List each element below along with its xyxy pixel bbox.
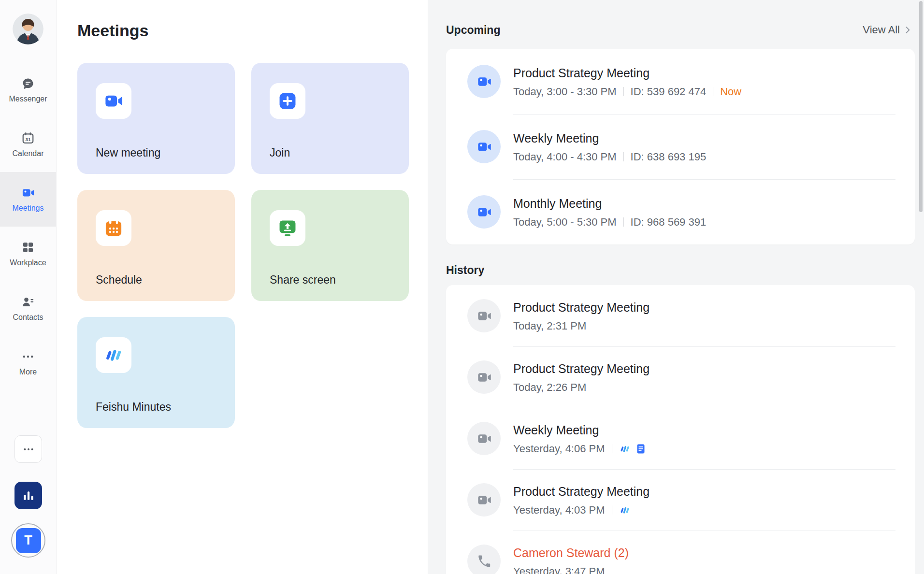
meeting-time: Today, 4:00 - 4:30 PM [513, 151, 617, 163]
view-all-label: View All [863, 24, 900, 36]
meeting-id: ID: 968 569 391 [631, 216, 707, 229]
sidebar-item-label: More [19, 368, 37, 376]
card-label: Schedule [96, 273, 142, 287]
bar-chart-icon [21, 488, 36, 503]
divider [623, 217, 624, 227]
join-meeting-card[interactable]: Join [251, 63, 409, 174]
contacts-icon [21, 295, 35, 309]
meeting-info: Cameron Steward (2) Yesterday, 3:47 PM [513, 545, 629, 574]
sidebar: Messenger 31 Calendar Meetings [0, 0, 57, 574]
card-label: Feishu Minutes [96, 401, 171, 414]
meetings-main-panel: Meetings New meeting Join [57, 0, 428, 574]
page-title: Meetings [77, 21, 148, 40]
video-camera-icon [476, 139, 492, 155]
share-screen-icon [277, 218, 298, 238]
scrollbar-thumb[interactable] [919, 1, 923, 212]
meeting-avatar [467, 360, 501, 394]
sidebar-item-label: Contacts [13, 313, 43, 322]
phone-icon [476, 554, 492, 569]
meeting-subtitle: Today, 3:00 - 3:30 PM ID: 539 692 474 No… [513, 86, 741, 98]
meetings-side-panel: Upcoming View All Product Strategy Meeti… [428, 0, 924, 574]
upcoming-meeting-row[interactable]: Product Strategy Meeting Today, 3:00 - 3… [446, 49, 915, 114]
meeting-subtitle: Today, 5:00 - 5:30 PM ID: 968 569 391 [513, 216, 706, 229]
meeting-subtitle: Yesterday, 4:06 PM [513, 443, 647, 455]
share-screen-card[interactable]: Share screen [251, 190, 409, 301]
meeting-avatar [467, 130, 501, 163]
schedule-card[interactable]: Schedule [77, 190, 235, 301]
upcoming-meetings-list: Product Strategy Meeting Today, 3:00 - 3… [446, 49, 915, 244]
feishu-minutes-card[interactable]: Feishu Minutes [77, 317, 235, 428]
new-meeting-card[interactable]: New meeting [77, 63, 235, 174]
meeting-avatar [467, 483, 501, 517]
history-row[interactable]: Product Strategy Meeting Yesterday, 4:03… [446, 469, 915, 531]
video-camera-icon [476, 370, 492, 385]
workplace-icon [21, 241, 35, 254]
meeting-avatar [467, 65, 501, 98]
upcoming-meeting-row[interactable]: Weekly Meeting Today, 4:00 - 4:30 PM ID:… [446, 114, 915, 179]
minutes-icon[interactable] [619, 443, 631, 455]
doc-icon[interactable] [635, 443, 647, 455]
more-options-button[interactable] [14, 435, 42, 463]
history-row[interactable]: Product Strategy Meeting Today, 2:26 PM [446, 346, 915, 408]
meetings-icon [21, 186, 35, 200]
minutes-icon-tile [96, 337, 131, 373]
meeting-title: Product Strategy Meeting [513, 361, 650, 376]
attachment-icons [619, 504, 631, 516]
more-dots-icon [21, 350, 35, 363]
history-title: History [446, 264, 484, 277]
video-camera-icon [476, 431, 492, 446]
attachment-icons [619, 443, 647, 455]
profile-photo [13, 14, 43, 44]
divider [612, 444, 612, 453]
meeting-time: Today, 5:00 - 5:30 PM [513, 216, 617, 229]
sidebar-item-label: Meetings [13, 204, 44, 213]
sidebar-item-workplace[interactable]: Workplace [0, 227, 56, 281]
meeting-title: Product Strategy Meeting [513, 484, 650, 499]
meeting-info: Product Strategy Meeting Today, 2:31 PM [513, 300, 650, 332]
meeting-info: Product Strategy Meeting Today, 2:26 PM [513, 361, 650, 394]
meeting-avatar [467, 299, 501, 332]
sidebar-item-more[interactable]: More [0, 336, 56, 390]
upcoming-meeting-row[interactable]: Monthly Meeting Today, 5:00 - 5:30 PM ID… [446, 179, 915, 244]
meeting-title: Monthly Meeting [513, 196, 706, 211]
schedule-icon-tile [96, 210, 131, 246]
profile-avatar[interactable] [13, 14, 43, 44]
sidebar-item-calendar[interactable]: 31 Calendar [0, 117, 56, 172]
meeting-info: Weekly Meeting Yesterday, 4:06 PM [513, 422, 647, 455]
ellipsis-icon [22, 443, 35, 456]
minutes-icon[interactable] [619, 504, 631, 516]
quick-action-cards: New meeting Join [77, 63, 409, 428]
meeting-subtitle: Yesterday, 4:03 PM [513, 504, 650, 517]
calendar-icon: 31 [21, 131, 35, 145]
video-camera-icon [476, 308, 492, 324]
divider [612, 505, 612, 515]
meeting-time: Today, 3:00 - 3:30 PM [513, 86, 617, 98]
meeting-title: Product Strategy Meeting [513, 65, 741, 81]
sidebar-item-contacts[interactable]: Contacts [0, 281, 56, 336]
card-label: Share screen [270, 273, 336, 287]
sidebar-item-messenger[interactable]: Messenger [0, 63, 56, 117]
meeting-info: Product Strategy Meeting Today, 3:00 - 3… [513, 65, 741, 98]
meeting-time: Today, 2:26 PM [513, 381, 650, 394]
sidebar-item-label: Calendar [13, 149, 44, 158]
analytics-app-button[interactable] [14, 482, 42, 509]
sidebar-item-meetings[interactable]: Meetings [0, 172, 56, 227]
history-meetings-list: Product Strategy Meeting Today, 2:31 PM … [446, 285, 915, 574]
caller-name: Cameron Steward (2) [513, 545, 629, 560]
sidebar-item-label: Messenger [9, 95, 47, 103]
video-camera-icon [476, 492, 492, 508]
plus-icon [277, 91, 298, 111]
svg-text:31: 31 [25, 137, 31, 142]
history-row-missed-call[interactable]: Cameron Steward (2) Yesterday, 3:47 PM [446, 531, 915, 574]
history-row[interactable]: Product Strategy Meeting Today, 2:31 PM [446, 285, 915, 346]
tenant-avatar[interactable]: T [11, 523, 45, 558]
view-all-link[interactable]: View All [863, 24, 912, 36]
meeting-info: Monthly Meeting Today, 5:00 - 5:30 PM ID… [513, 196, 706, 229]
feishu-minutes-icon [103, 345, 124, 365]
now-badge: Now [720, 86, 741, 98]
meeting-title: Weekly Meeting [513, 130, 706, 146]
meeting-avatar [467, 422, 501, 455]
meeting-subtitle: Today, 4:00 - 4:30 PM ID: 638 693 195 [513, 151, 706, 163]
sidebar-item-label: Workplace [10, 258, 46, 267]
history-row[interactable]: Weekly Meeting Yesterday, 4:06 PM [446, 408, 915, 469]
